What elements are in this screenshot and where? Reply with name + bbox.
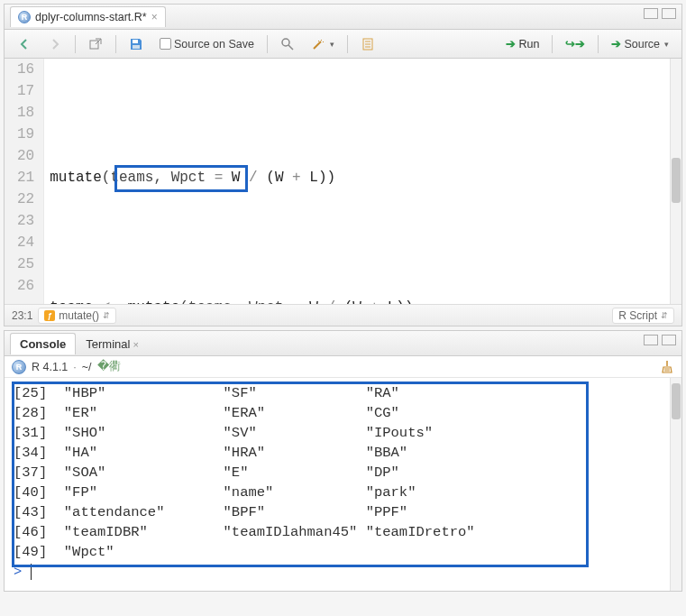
r-version: R 4.1.1: [32, 361, 68, 373]
console-line: [28] "ER" "ERA" "CG": [14, 403, 672, 423]
console-line: [43] "attendance" "BPF" "PPF": [14, 502, 672, 522]
scope-indicator[interactable]: ƒ mutate() ⇵: [38, 308, 116, 324]
file-tab[interactable]: R dplyr-columns-start.R* ×: [10, 6, 166, 27]
line-gutter: 16 17 18 19 20 21 22 23 24 25 26: [5, 59, 44, 304]
code-line: mutate(teams, Wpct = W / (W + L)): [50, 167, 681, 188]
minimize-icon[interactable]: [644, 8, 658, 19]
vertical-scrollbar[interactable]: [670, 378, 681, 591]
source-on-save-toggle[interactable]: Source on Save: [154, 36, 260, 52]
rerun-button[interactable]: ↪➔: [560, 35, 590, 52]
show-in-new-window-button[interactable]: [83, 35, 108, 53]
save-button[interactable]: [123, 35, 149, 53]
search-icon: [280, 37, 295, 51]
console-line: [34] "HA" "HRA" "BBA": [14, 443, 672, 463]
source-on-save-label: Source on Save: [174, 38, 254, 51]
console-sub-toolbar: R R 4.1.1 · ~/ �衢: [5, 356, 681, 378]
console-line: [37] "SOA" "E" "DP": [14, 463, 672, 483]
compile-report-button[interactable]: [355, 35, 380, 53]
updown-icon: ⇵: [661, 311, 668, 320]
svg-rect-1: [133, 40, 138, 43]
console-pane: Console Terminal× R R 4.1.1 · ~/ �衢 [25]…: [4, 330, 682, 592]
arrow-right-icon: [48, 37, 62, 51]
svg-rect-0: [90, 41, 98, 49]
svg-point-3: [282, 39, 289, 46]
updown-icon: ⇵: [103, 311, 110, 320]
back-nav-button[interactable]: [12, 35, 37, 53]
working-dir: ~/: [82, 361, 92, 373]
function-badge-icon: ƒ: [44, 310, 55, 321]
code-area[interactable]: mutate(teams, Wpct = W / (W + L)) teams …: [44, 59, 681, 304]
console-tab-bar: Console Terminal×: [5, 331, 681, 356]
tab-terminal[interactable]: Terminal×: [76, 333, 149, 354]
close-icon[interactable]: ×: [151, 11, 158, 23]
arrow-left-icon: [17, 37, 32, 51]
pane-window-controls: [644, 335, 676, 345]
close-icon[interactable]: ×: [133, 339, 138, 350]
console-line: [49] "Wpct": [14, 542, 672, 562]
run-arrow-icon: ➔: [506, 37, 516, 51]
source-statusbar: 23:1 ƒ mutate() ⇵ R Script ⇵: [5, 304, 681, 326]
code-tools-button[interactable]: ▾: [306, 35, 340, 53]
popout-icon: [88, 37, 103, 51]
r-logo-icon: R: [12, 360, 26, 374]
cursor-position: 23:1: [12, 309, 32, 322]
source-pane: R dplyr-columns-start.R* × Source on Sav…: [4, 4, 682, 326]
console-line: [25] "HBP" "SF" "RA": [14, 383, 672, 403]
source-toolbar: Source on Save ▾ ➔ Run ↪➔ ➔ Source ▾: [5, 30, 681, 59]
wand-icon: [311, 37, 325, 51]
console-line: [40] "FP" "name" "park": [14, 483, 672, 502]
code-line: [50, 102, 681, 124]
code-editor[interactable]: 16 17 18 19 20 21 22 23 24 25 26 mutate(…: [5, 59, 681, 304]
scope-label: mutate(): [59, 309, 99, 322]
source-button[interactable]: ➔ Source ▾: [606, 35, 674, 52]
source-tab-bar: R dplyr-columns-start.R* ×: [5, 5, 681, 30]
language-label: R Script: [618, 309, 657, 322]
chevron-down-icon: ▾: [664, 40, 669, 49]
forward-nav-button[interactable]: [42, 35, 68, 53]
code-line: teams <- mutate(teams, Wpct = W / (W + L…: [50, 297, 681, 304]
console-prompt: >: [14, 564, 22, 580]
scrollbar-thumb[interactable]: [672, 383, 681, 419]
source-arrow-icon: ➔: [611, 37, 621, 51]
scrollbar-thumb[interactable]: [672, 158, 681, 203]
save-icon: [129, 37, 143, 51]
pane-window-controls: [644, 8, 676, 19]
maximize-icon[interactable]: [662, 8, 676, 19]
language-selector[interactable]: R Script ⇵: [612, 308, 674, 324]
find-button[interactable]: [275, 35, 300, 53]
tab-console[interactable]: Console: [10, 333, 76, 354]
console-line: [31] "SHO" "SV" "IPouts": [14, 423, 672, 443]
minimize-icon[interactable]: [644, 335, 658, 345]
clear-console-button[interactable]: [660, 360, 674, 374]
code-line: [50, 232, 681, 253]
notebook-icon: [361, 37, 375, 51]
vertical-scrollbar[interactable]: [670, 59, 681, 304]
source-label: Source: [624, 38, 660, 51]
chevron-down-icon: ▾: [330, 40, 334, 49]
run-label: Run: [518, 38, 539, 51]
file-name: dplyr-columns-start.R*: [35, 11, 147, 23]
maximize-icon[interactable]: [662, 335, 676, 345]
checkbox-icon: [160, 38, 171, 50]
r-file-icon: R: [18, 11, 31, 23]
text-cursor: [31, 564, 32, 580]
run-button[interactable]: ➔ Run: [500, 35, 544, 52]
svg-rect-2: [133, 45, 140, 49]
console-output[interactable]: [25] "HBP" "SF" "RA"[28] "ER" "ERA" "CG"…: [5, 378, 681, 591]
console-line: [46] "teamIDBR" "teamIDlahman45" "teamID…: [14, 522, 672, 542]
wd-popout-icon[interactable]: �衢: [97, 359, 121, 374]
rerun-icon: ↪➔: [565, 37, 585, 51]
